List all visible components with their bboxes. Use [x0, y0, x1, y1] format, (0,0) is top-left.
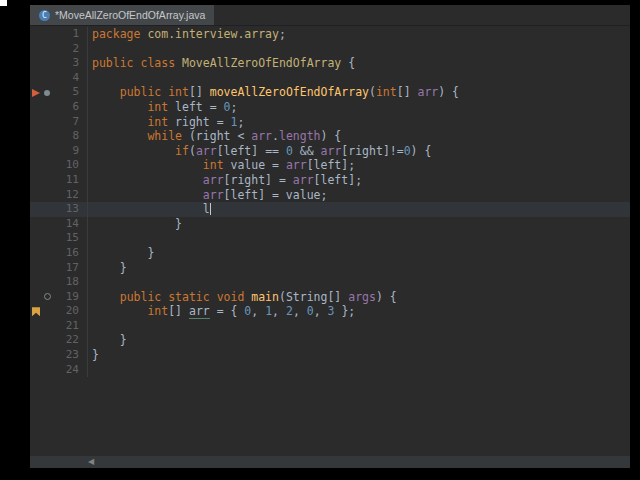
gutter-cell[interactable]: 6	[30, 100, 88, 115]
gutter-cell[interactable]: 17	[30, 261, 88, 276]
gutter-cell[interactable]: 4	[30, 71, 88, 86]
code-line[interactable]	[88, 319, 92, 334]
code-line[interactable]: arr[right] = arr[left];	[88, 173, 362, 188]
gutter-cell[interactable]: 11	[30, 173, 88, 188]
line-number: 20	[66, 304, 79, 319]
code-line[interactable]	[88, 275, 92, 290]
gutter-cell[interactable]: 15	[30, 231, 88, 246]
code-line-row[interactable]: 14 }	[30, 217, 630, 232]
code-line[interactable]	[88, 71, 92, 86]
code-line[interactable]: }	[88, 261, 127, 276]
code-line[interactable]: }	[88, 333, 127, 348]
video-artifact	[0, 0, 7, 6]
code-line[interactable]: }	[88, 246, 154, 261]
gutter-cell[interactable]: 20	[30, 304, 88, 319]
line-number: 4	[72, 71, 79, 86]
gutter-cell[interactable]: 24	[30, 363, 88, 378]
code-line-row[interactable]: 7 int right = 1;	[30, 115, 630, 130]
gutter-cell[interactable]: 16	[30, 246, 88, 261]
gutter-cell[interactable]: 5	[30, 85, 88, 100]
gutter-cell[interactable]: 18	[30, 275, 88, 290]
code-line[interactable]: package com.interview.array;	[88, 27, 286, 42]
code-area: 1package com.interview.array;23public cl…	[30, 27, 630, 377]
code-line[interactable]: public int[] moveAllZeroOfEndOfArray(int…	[88, 85, 459, 100]
java-class-icon: C	[39, 10, 50, 21]
gutter-cell[interactable]: 1	[30, 27, 88, 42]
run-marker-icon[interactable]	[44, 90, 50, 96]
gutter-cell[interactable]: 23	[30, 348, 88, 363]
line-number: 15	[66, 231, 79, 246]
code-line-row[interactable]: 18	[30, 275, 630, 290]
code-line-row[interactable]: 24	[30, 363, 630, 378]
editor-tab[interactable]: C *MoveAllZeroOfEndOfArray.java	[30, 5, 215, 25]
code-line-row[interactable]: 6 int left = 0;	[30, 100, 630, 115]
code-line-row[interactable]: 1package com.interview.array;	[30, 27, 630, 42]
gutter-cell[interactable]: 3	[30, 56, 88, 71]
code-line-row[interactable]: 10 int value = arr[left];	[30, 158, 630, 173]
line-number: 5	[72, 85, 79, 100]
code-line-row[interactable]: 13 l	[30, 202, 630, 217]
code-line[interactable]	[88, 231, 92, 246]
gutter-cell[interactable]: 12	[30, 188, 88, 203]
gutter-cell[interactable]: 2	[30, 42, 88, 57]
code-line[interactable]	[88, 363, 92, 378]
code-line-row[interactable]: 22 }	[30, 333, 630, 348]
line-number: 11	[66, 173, 79, 188]
gutter-cell[interactable]: 10	[30, 158, 88, 173]
gutter-cell[interactable]: 13	[30, 202, 88, 217]
line-number: 14	[66, 217, 79, 232]
code-line-row[interactable]: 5 public int[] moveAllZeroOfEndOfArray(i…	[30, 85, 630, 100]
code-line[interactable]	[88, 42, 92, 57]
code-line-row[interactable]: 2	[30, 42, 630, 57]
code-line-row[interactable]: 9 if(arr[left] == 0 && arr[right]!=0) {	[30, 144, 630, 159]
line-number: 19	[66, 290, 79, 305]
code-line[interactable]: int left = 0;	[88, 100, 237, 115]
scroll-left-arrow-icon[interactable]: ◀	[88, 456, 94, 468]
gutter-cell[interactable]: 19	[30, 290, 88, 305]
line-number: 3	[72, 56, 79, 71]
breakpoint-icon[interactable]	[32, 89, 40, 97]
bookmark-icon[interactable]	[32, 307, 40, 316]
code-line[interactable]: }	[88, 217, 182, 232]
code-line-row[interactable]: 19 public static void main(String[] args…	[30, 290, 630, 305]
code-line[interactable]: }	[88, 348, 99, 363]
line-number: 24	[66, 363, 79, 378]
code-line[interactable]: public class MoveAllZeroOfEndOfArray {	[88, 56, 355, 71]
code-line-row[interactable]: 16 }	[30, 246, 630, 261]
code-line-row[interactable]: 21	[30, 319, 630, 334]
gutter-cell[interactable]: 22	[30, 333, 88, 348]
code-line-row[interactable]: 4	[30, 71, 630, 86]
code-line[interactable]: int[] arr = { 0, 1, 2, 0, 3 };	[88, 304, 355, 319]
code-line-row[interactable]: 23}	[30, 348, 630, 363]
gutter-cell[interactable]: 14	[30, 217, 88, 232]
gutter-cell[interactable]: 21	[30, 319, 88, 334]
line-number: 12	[66, 188, 79, 203]
tab-title: *MoveAllZeroOfEndOfArray.java	[55, 9, 205, 21]
code-line-row[interactable]: 12 arr[left] = value;	[30, 188, 630, 203]
code-line[interactable]: public static void main(String[] args) {	[88, 290, 397, 305]
code-line-row[interactable]: 17 }	[30, 261, 630, 276]
code-line-row[interactable]: 15	[30, 231, 630, 246]
line-number: 22	[66, 333, 79, 348]
code-line[interactable]: int value = arr[left];	[88, 158, 355, 173]
run-marker-icon[interactable]	[44, 293, 51, 300]
line-number: 10	[66, 158, 79, 173]
gutter-cell[interactable]: 8	[30, 129, 88, 144]
code-line-row[interactable]: 3public class MoveAllZeroOfEndOfArray {	[30, 56, 630, 71]
editor-tab-bar: C *MoveAllZeroOfEndOfArray.java	[30, 5, 630, 26]
gutter-cell[interactable]: 7	[30, 115, 88, 130]
text-caret	[210, 203, 212, 215]
code-line-row[interactable]: 8 while (right < arr.length) {	[30, 129, 630, 144]
code-line[interactable]: l	[88, 202, 211, 217]
code-line[interactable]: while (right < arr.length) {	[88, 129, 341, 144]
code-line[interactable]: arr[left] = value;	[88, 188, 327, 203]
code-line[interactable]: int right = 1;	[88, 115, 244, 130]
code-line-row[interactable]: 20 int[] arr = { 0, 1, 2, 0, 3 };	[30, 304, 630, 319]
horizontal-scrollbar[interactable]: ◀	[30, 456, 630, 468]
ide-editor-window: C *MoveAllZeroOfEndOfArray.java 1package…	[30, 5, 630, 468]
code-line-row[interactable]: 11 arr[right] = arr[left];	[30, 173, 630, 188]
line-number: 21	[66, 319, 79, 334]
code-line[interactable]: if(arr[left] == 0 && arr[right]!=0) {	[88, 144, 431, 159]
line-number: 13	[66, 202, 79, 217]
gutter-cell[interactable]: 9	[30, 144, 88, 159]
